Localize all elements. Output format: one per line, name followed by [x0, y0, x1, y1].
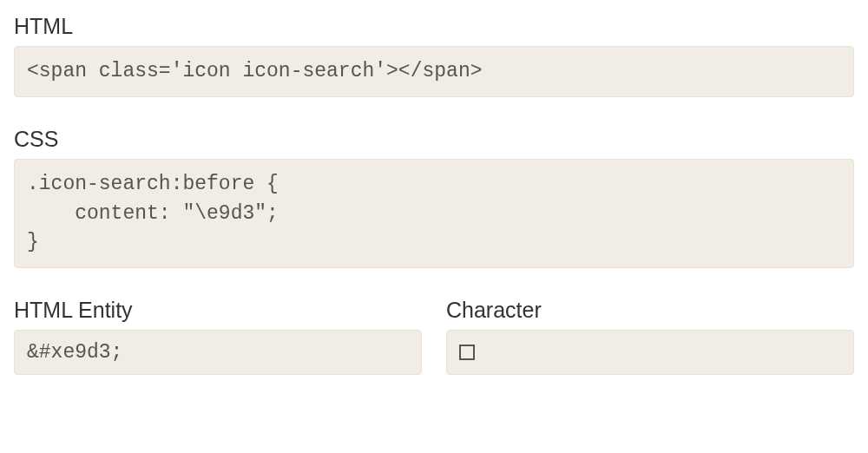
entity-character-row: HTML Entity &#xe9d3; Character: [14, 298, 854, 375]
css-section: CSS .icon-search:before { content: "\e9d…: [14, 127, 854, 268]
html-label: HTML: [14, 14, 854, 39]
entity-value-box[interactable]: &#xe9d3;: [14, 330, 422, 375]
css-label: CSS: [14, 127, 854, 152]
entity-column: HTML Entity &#xe9d3;: [14, 298, 422, 375]
character-column: Character: [446, 298, 854, 375]
css-code-box[interactable]: .icon-search:before { content: "\e9d3"; …: [14, 159, 854, 268]
character-value-box[interactable]: [446, 330, 854, 375]
character-label: Character: [446, 298, 854, 323]
private-use-glyph-icon: [459, 345, 475, 360]
entity-label: HTML Entity: [14, 298, 422, 323]
html-code-box[interactable]: <span class='icon icon-search'></span>: [14, 46, 854, 97]
html-section: HTML <span class='icon icon-search'></sp…: [14, 14, 854, 97]
